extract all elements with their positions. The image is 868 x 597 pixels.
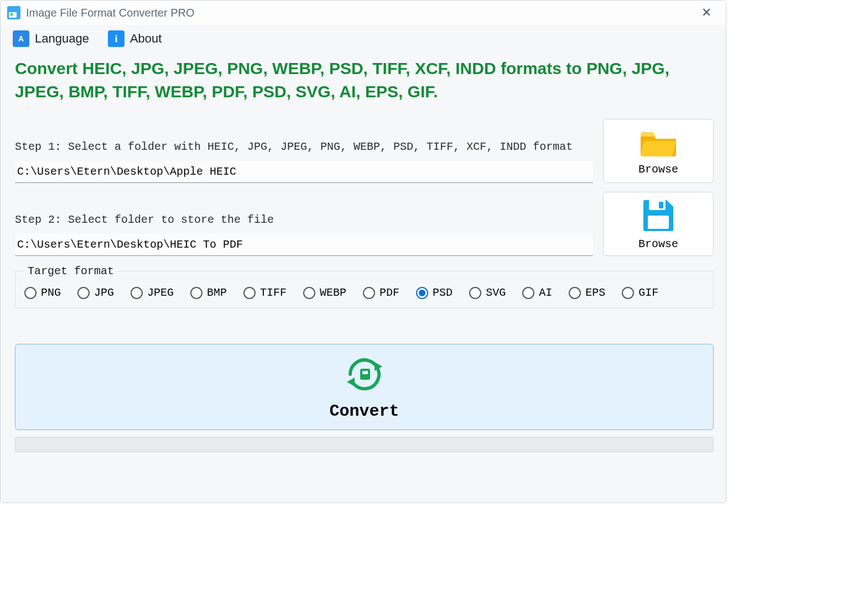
destination-folder-input[interactable] bbox=[15, 234, 593, 256]
step2-row: Step 2: Select folder to store the file … bbox=[15, 192, 714, 256]
format-radio-label: JPG bbox=[94, 286, 114, 299]
radio-dot-icon bbox=[190, 287, 202, 299]
title-bar: Image File Format Converter PRO ✕ bbox=[1, 1, 726, 25]
radio-dot-icon bbox=[622, 287, 634, 299]
convert-button[interactable]: Convert bbox=[15, 344, 714, 430]
menu-bar: Language About bbox=[1, 25, 726, 53]
format-radio-psd[interactable]: PSD bbox=[416, 286, 453, 299]
target-format-group: Target format PNGJPGJPEGBMPTIFFWEBPPDFPS… bbox=[15, 265, 714, 308]
folder-icon bbox=[638, 127, 678, 160]
floppy-save-icon bbox=[641, 198, 675, 234]
target-format-options: PNGJPGJPEGBMPTIFFWEBPPDFPSDSVGAIEPSGIF bbox=[24, 286, 708, 299]
step1-row: Step 1: Select a folder with HEIC, JPG, … bbox=[15, 119, 714, 183]
app-window: Image File Format Converter PRO ✕ Langua… bbox=[0, 0, 726, 503]
format-radio-gif[interactable]: GIF bbox=[622, 286, 658, 299]
radio-dot-icon bbox=[363, 287, 375, 299]
progress-bar bbox=[15, 437, 714, 452]
radio-dot-icon bbox=[131, 287, 143, 299]
radio-dot-icon bbox=[416, 287, 428, 299]
format-radio-label: JPEG bbox=[147, 286, 174, 299]
format-radio-label: EPS bbox=[585, 286, 605, 299]
format-radio-label: AI bbox=[539, 286, 552, 299]
radio-dot-icon bbox=[303, 287, 315, 299]
svg-marker-3 bbox=[347, 378, 355, 386]
language-icon bbox=[13, 30, 29, 47]
radio-dot-icon bbox=[77, 287, 90, 299]
svg-rect-2 bbox=[648, 216, 669, 229]
format-radio-tiff[interactable]: TIFF bbox=[243, 286, 287, 299]
app-icon bbox=[7, 6, 20, 19]
close-icon[interactable]: ✕ bbox=[694, 1, 719, 25]
format-radio-jpeg[interactable]: JPEG bbox=[131, 286, 174, 299]
step1-label: Step 1: Select a folder with HEIC, JPG, … bbox=[15, 140, 593, 153]
format-radio-png[interactable]: PNG bbox=[24, 286, 61, 299]
radio-dot-icon bbox=[24, 287, 37, 299]
browse-source-button[interactable]: Browse bbox=[603, 119, 714, 183]
format-radio-label: GIF bbox=[638, 286, 658, 299]
convert-icon bbox=[344, 353, 386, 397]
format-radio-label: SVG bbox=[486, 286, 506, 299]
format-radio-label: PNG bbox=[41, 286, 61, 299]
format-radio-bmp[interactable]: BMP bbox=[190, 286, 227, 299]
convert-button-label: Convert bbox=[329, 402, 399, 421]
menu-language[interactable]: Language bbox=[13, 30, 89, 47]
radio-dot-icon bbox=[569, 287, 581, 299]
step2-label: Step 2: Select folder to store the file bbox=[15, 213, 593, 226]
source-folder-input[interactable] bbox=[15, 161, 593, 183]
format-radio-jpg[interactable]: JPG bbox=[77, 286, 114, 299]
svg-rect-6 bbox=[362, 371, 368, 374]
radio-dot-icon bbox=[243, 287, 256, 299]
target-format-legend: Target format bbox=[24, 265, 117, 277]
menu-about[interactable]: About bbox=[108, 30, 162, 47]
format-radio-label: BMP bbox=[207, 286, 227, 299]
radio-dot-icon bbox=[469, 287, 481, 299]
info-icon bbox=[108, 30, 124, 47]
menu-about-label: About bbox=[130, 32, 162, 46]
format-radio-label: PSD bbox=[433, 286, 453, 299]
format-radio-webp[interactable]: WEBP bbox=[303, 286, 346, 299]
content-area: Step 1: Select a folder with HEIC, JPG, … bbox=[1, 116, 726, 452]
format-radio-eps[interactable]: EPS bbox=[569, 286, 605, 299]
window-title: Image File Format Converter PRO bbox=[26, 7, 694, 19]
format-radio-label: TIFF bbox=[260, 286, 287, 299]
browse-source-label: Browse bbox=[638, 163, 678, 176]
format-radio-ai[interactable]: AI bbox=[522, 286, 552, 299]
svg-rect-1 bbox=[659, 202, 663, 208]
format-radio-label: WEBP bbox=[320, 286, 346, 299]
browse-destination-button[interactable]: Browse bbox=[603, 192, 714, 256]
format-radio-label: PDF bbox=[380, 286, 399, 299]
format-radio-svg[interactable]: SVG bbox=[469, 286, 506, 299]
headline-text: Convert HEIC, JPG, JPEG, PNG, WEBP, PSD,… bbox=[1, 53, 726, 116]
radio-dot-icon bbox=[522, 287, 534, 299]
browse-destination-label: Browse bbox=[638, 238, 678, 250]
format-radio-pdf[interactable]: PDF bbox=[363, 286, 399, 299]
menu-language-label: Language bbox=[35, 32, 89, 46]
